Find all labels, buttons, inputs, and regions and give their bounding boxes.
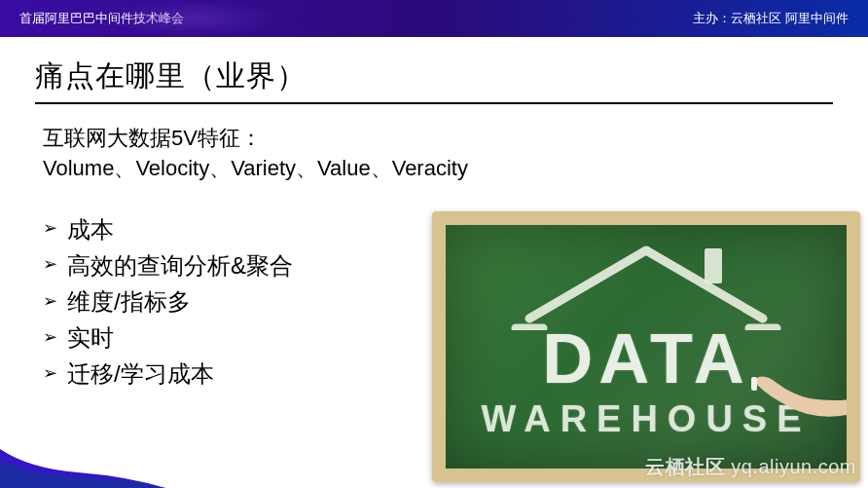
bullet-text: 高效的查询分析&聚合: [67, 247, 293, 283]
bullet-item: ➢维度/指标多: [43, 283, 413, 319]
subtitle-line-1: 互联网大数据5V特征：: [43, 124, 825, 154]
bullet-text: 维度/指标多: [67, 283, 191, 319]
svg-rect-1: [751, 377, 757, 391]
bullet-text: 成本: [67, 211, 114, 247]
watermark: 云栖社区yq.aliyun.com: [645, 454, 856, 480]
bullet-arrow-icon: ➢: [43, 360, 57, 388]
bullet-arrow-icon: ➢: [43, 324, 57, 352]
header-left-text: 首届阿里巴巴中间件技术峰会: [19, 10, 184, 27]
bullet-item: ➢迁移/学习成本: [43, 356, 413, 392]
bullet-item: ➢高效的查询分析&聚合: [43, 247, 413, 283]
house-icon: [510, 243, 782, 330]
watermark-en: yq.aliyun.com: [731, 456, 856, 477]
lower-row: ➢成本 ➢高效的查询分析&聚合 ➢维度/指标多 ➢实时 ➢迁移/学习成本 DAT…: [43, 211, 825, 482]
title-section: 痛点在哪里（业界）: [0, 37, 868, 112]
chalk-word-data: DATA: [542, 319, 749, 398]
bullet-item: ➢成本: [43, 211, 413, 247]
subtitle: 互联网大数据5V特征： Volume、Velocity、Variety、Valu…: [43, 124, 825, 184]
svg-rect-0: [705, 248, 722, 283]
bullet-text: 迁移/学习成本: [67, 356, 214, 392]
bullet-arrow-icon: ➢: [43, 215, 57, 243]
subtitle-line-2: Volume、Velocity、Variety、Value、Veracity: [43, 154, 825, 184]
bullet-item: ➢实时: [43, 319, 413, 356]
hand-icon: [749, 369, 856, 428]
header-right-text: 主办：云栖社区 阿里中间件: [693, 10, 849, 27]
bullet-text: 实时: [67, 319, 114, 356]
chalkboard-image: DATA WAREHOUSE: [432, 211, 860, 482]
slide-header: 首届阿里巴巴中间件技术峰会 主办：云栖社区 阿里中间件: [0, 0, 868, 37]
slide-title: 痛点在哪里（业界）: [35, 56, 833, 104]
bullet-list: ➢成本 ➢高效的查询分析&聚合 ➢维度/指标多 ➢实时 ➢迁移/学习成本: [43, 211, 413, 482]
illustration: DATA WAREHOUSE: [432, 211, 860, 482]
bullet-arrow-icon: ➢: [43, 251, 57, 279]
watermark-cn: 云栖社区: [645, 456, 725, 477]
bullet-arrow-icon: ➢: [43, 288, 57, 316]
slide-content: 互联网大数据5V特征： Volume、Velocity、Variety、Valu…: [0, 112, 868, 482]
